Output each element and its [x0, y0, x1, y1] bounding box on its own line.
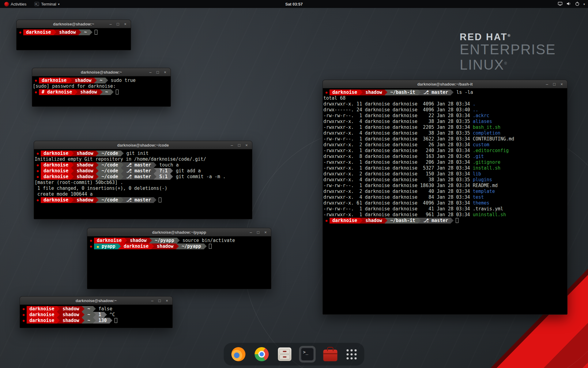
power-icon[interactable]: [575, 1, 580, 7]
maximize-button[interactable]: □: [255, 230, 261, 235]
prompt-segment-git: ⎇ master: [124, 168, 154, 174]
close-button[interactable]: ×: [164, 298, 170, 303]
display-icon[interactable]: [558, 1, 563, 7]
terminal-line: ●darknoiseshadow~1 ^C: [21, 312, 172, 318]
file-name: .git: [473, 154, 484, 159]
terminal-line: -rwxrwxr-x. 1 darknoise darknoise 961 Ja…: [323, 212, 567, 218]
distro-logo-icon: [4, 2, 9, 6]
ls-meta: -rw-rw-r--. 1 darknoise darknoise 3622 J…: [323, 136, 473, 142]
terminal-window[interactable]: darknoise@shadow:~ – □ × ●darknoiseshado…: [20, 296, 173, 328]
titlebar[interactable]: darknoise@shadow:~/code – □ ×: [34, 141, 252, 149]
activities-label: Activities: [11, 2, 26, 6]
files-icon[interactable]: [277, 346, 293, 362]
volume-icon[interactable]: [566, 1, 571, 7]
prompt-segment-user: darknoise: [23, 29, 54, 35]
titlebar[interactable]: darknoise@shadow:~ – □ ×: [20, 297, 172, 305]
terminal-line: 1 file changed, 0 insertions(+), 0 delet…: [35, 186, 251, 191]
close-button[interactable]: ×: [122, 22, 128, 26]
powerline-arrow-icon: [94, 78, 97, 83]
terminal-window[interactable]: darknoise@shadow:~/bash-it – □ × ●darkno…: [322, 80, 567, 315]
text-cursor: [456, 218, 458, 223]
terminal-content[interactable]: ●darknoiseshadow~: [17, 29, 131, 50]
minimize-button[interactable]: –: [149, 298, 155, 303]
system-menu-caret-icon[interactable]: ▾: [583, 2, 585, 6]
powerline-arrow-icon: [96, 197, 99, 203]
minimize-button[interactable]: –: [248, 230, 254, 235]
powerline-arrow-icon: [71, 168, 74, 174]
terminal-window[interactable]: darknoise@shadow:~/code – □ × ●darknoise…: [34, 141, 252, 219]
distro-prompt-icon: ●: [21, 306, 27, 312]
branding-redhat: RED HAT®: [460, 32, 556, 42]
file-name: README.md: [473, 183, 498, 188]
maximize-button[interactable]: □: [155, 70, 161, 75]
titlebar[interactable]: darknoise@shadow:~/bash-it – □ ×: [323, 80, 567, 88]
terminal-window[interactable]: darknoise@shadow:~ – □ × ●darknoiseshado…: [16, 20, 131, 50]
window-title: darknoise@shadow:~/pyapp: [87, 230, 271, 235]
terminal-content[interactable]: ●darknoiseshadow~/code git initInitializ…: [34, 150, 252, 219]
ls-meta: drwxrwxr-x. 2 darknoise darknoise 40 Jan…: [323, 189, 473, 194]
clock[interactable]: Sat 03:57: [285, 2, 303, 6]
titlebar[interactable]: darknoise@shadow:~ – □ ×: [32, 68, 171, 76]
prompt-segment-host: shadow: [72, 78, 94, 83]
ls-meta: drwxrwxr-x. 4 darknoise darknoise 38 Jan…: [323, 177, 473, 183]
terminal-content[interactable]: ●darknoiseshadow~ sudo true[sudo] passwo…: [32, 77, 171, 106]
terminal-content[interactable]: ●darknoiseshadow~/bash-it⎇ master ls -la…: [323, 89, 567, 314]
prompt-segment-user: darknoise: [27, 312, 57, 318]
maximize-button[interactable]: □: [551, 82, 557, 86]
activities-button[interactable]: Activities: [2, 0, 28, 8]
ls-meta: -rw-rw-r--. 1 darknoise darknoise 18630 …: [323, 183, 473, 189]
output-text: [master (root-commit) 50bcb63] .: [35, 180, 123, 186]
file-name: CONTRIBUTING.md: [473, 136, 514, 142]
terminal-line: drwxrwxr-x. 2 darknoise darknoise 150 Ja…: [323, 171, 567, 177]
close-button[interactable]: ×: [262, 230, 269, 235]
titlebar[interactable]: darknoise@shadow:~ – □ ×: [17, 20, 131, 28]
chevron-down-icon: ▾: [58, 2, 59, 6]
maximize-button[interactable]: □: [236, 143, 242, 148]
maximize-button[interactable]: □: [156, 298, 163, 303]
terminal-content[interactable]: ●darknoiseshadow~ false●darknoiseshadow~…: [20, 305, 172, 328]
powerline-arrow-icon: [154, 197, 156, 203]
powerline-arrow-icon: [451, 218, 454, 224]
prompt-segment-user: # darknoise: [39, 89, 75, 95]
window-title: darknoise@shadow:~/bash-it: [323, 82, 567, 86]
ls-meta: drwxrwxr-x. 2 darknoise darknoise 150 Ja…: [323, 171, 473, 177]
powerline-arrow-icon: [176, 243, 179, 249]
terminal-line: drwxrwxr-x. 2 darknoise darknoise 26 Jan…: [323, 142, 567, 148]
terminal-window[interactable]: darknoise@shadow:~ – □ × ●darknoiseshado…: [32, 68, 171, 107]
terminal-icon[interactable]: >_: [299, 346, 316, 362]
minimize-button[interactable]: –: [107, 22, 114, 26]
maximize-button[interactable]: □: [115, 22, 121, 26]
ls-meta: drwxrwxr-x. 4 darknoise darknoise 38 Jan…: [323, 119, 473, 125]
close-button[interactable]: ×: [243, 143, 250, 148]
powerline-arrow-icon: [418, 90, 421, 95]
text-cursor: [116, 90, 119, 94]
terminal-line: -rw-rw-r--. 1 darknoise darknoise 22 Jan…: [323, 113, 567, 119]
titlebar[interactable]: darknoise@shadow:~/pyapp – □ ×: [87, 228, 271, 236]
terminal-line: ●darknoiseshadow~/code⎇ master?:1 git ad…: [35, 168, 251, 174]
firefox-icon[interactable]: [230, 346, 247, 363]
minimize-button[interactable]: –: [544, 82, 550, 86]
prompt-segment-path: ~: [103, 89, 111, 95]
powerline-arrow-icon: [75, 89, 77, 95]
powerline-arrow-icon: [71, 174, 74, 180]
prompt-segment-user: darknoise: [330, 90, 360, 95]
prompt-segment-git: ⎇ master: [124, 162, 154, 168]
distro-prompt-icon: ●: [17, 29, 23, 35]
chrome-icon[interactable]: [253, 346, 270, 363]
powerline-arrow-icon: [151, 243, 154, 249]
close-button[interactable]: ×: [162, 70, 168, 75]
terminal-window[interactable]: darknoise@shadow:~/pyapp – □ × ●darknois…: [87, 228, 271, 289]
file-name: completion: [473, 130, 500, 136]
terminal-content[interactable]: ●darknoiseshadow~/pyapp source bin/activ…: [87, 237, 271, 289]
powerline-arrow-icon: [96, 174, 99, 180]
app-menu[interactable]: >_ Terminal ▾: [32, 0, 61, 8]
toolbox-icon[interactable]: [322, 346, 339, 363]
minimize-button[interactable]: –: [147, 70, 153, 75]
show-applications-icon[interactable]: [345, 348, 358, 361]
distro-prompt-icon: ●: [323, 218, 330, 224]
command-text: source bin/activate: [180, 238, 235, 243]
powerline-arrow-icon: [71, 197, 74, 203]
close-button[interactable]: ×: [559, 82, 565, 86]
terminal-line: total 68: [323, 95, 567, 101]
minimize-button[interactable]: –: [229, 143, 235, 148]
